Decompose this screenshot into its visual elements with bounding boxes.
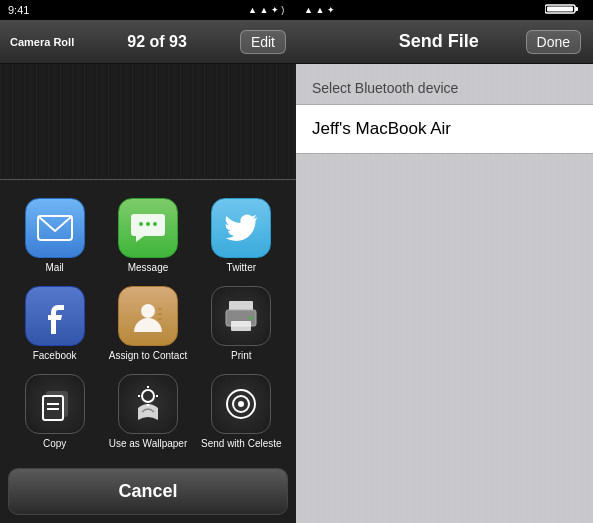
svg-point-18	[142, 390, 154, 402]
edit-button[interactable]: Edit	[240, 30, 286, 54]
svg-point-4	[153, 222, 157, 226]
assign-label: Assign to Contact	[109, 350, 187, 362]
svg-point-2	[139, 222, 143, 226]
send-file-title: Send File	[352, 31, 526, 52]
copy-icon	[25, 374, 85, 434]
celeste-icon	[211, 374, 271, 434]
right-nav-bar: Send File Done	[296, 20, 593, 64]
left-panel: 9:41 ▲ ▲ ✦ ) Camera Roll 92 of 93 Edit	[0, 0, 296, 523]
share-grid: Mail Message	[0, 180, 296, 464]
svg-point-24	[238, 401, 244, 407]
svg-point-5	[141, 304, 155, 318]
left-status-bar: 9:41 ▲ ▲ ✦ )	[0, 0, 296, 20]
facebook-icon	[25, 286, 85, 346]
camera-roll-back[interactable]: Camera Roll	[10, 36, 74, 48]
celeste-label: Send with Celeste	[201, 438, 282, 450]
mail-icon	[25, 198, 85, 258]
svg-rect-7	[158, 313, 162, 315]
share-item-copy[interactable]: Copy	[8, 368, 101, 456]
right-battery	[545, 3, 585, 17]
svg-rect-27	[547, 7, 573, 12]
share-item-assign[interactable]: Assign to Contact	[101, 280, 194, 368]
svg-text:▲ ▲ ✦: ▲ ▲ ✦	[304, 5, 335, 15]
device-item-macbook[interactable]: Jeff's MacBook Air	[296, 105, 593, 153]
mail-label: Mail	[45, 262, 63, 274]
share-item-celeste[interactable]: Send with Celeste	[195, 368, 288, 456]
share-item-message[interactable]: Message	[101, 192, 194, 280]
message-label: Message	[128, 262, 169, 274]
svg-text:▲ ▲ ✦ ): ▲ ▲ ✦ )	[248, 5, 284, 15]
svg-point-3	[146, 222, 150, 226]
share-item-wallpaper[interactable]: Use as Wallpaper	[101, 368, 194, 456]
print-label: Print	[231, 350, 252, 362]
done-button[interactable]: Done	[526, 30, 581, 54]
message-icon	[118, 198, 178, 258]
share-item-twitter[interactable]: Twitter	[195, 192, 288, 280]
copy-label: Copy	[43, 438, 66, 450]
cancel-button[interactable]: Cancel	[8, 468, 288, 515]
assign-icon	[118, 286, 178, 346]
print-icon	[211, 286, 271, 346]
svg-rect-6	[158, 308, 162, 310]
right-status-bar: ▲ ▲ ✦	[296, 0, 593, 20]
wallpaper-icon	[118, 374, 178, 434]
svg-rect-8	[158, 318, 162, 320]
left-carrier: 9:41	[8, 4, 29, 16]
share-item-mail[interactable]: Mail	[8, 192, 101, 280]
section-header: Select Bluetooth device	[296, 64, 593, 104]
svg-point-13	[249, 316, 253, 320]
svg-rect-12	[231, 321, 251, 331]
facebook-label: Facebook	[33, 350, 77, 362]
right-signal: ▲ ▲ ✦	[304, 3, 364, 17]
twitter-icon	[211, 198, 271, 258]
photo-counter: 92 of 93	[74, 33, 240, 51]
wallpaper-label: Use as Wallpaper	[109, 438, 188, 450]
right-background: Select Bluetooth device Jeff's MacBook A…	[296, 64, 593, 523]
share-item-facebook[interactable]: Facebook	[8, 280, 101, 368]
svg-rect-28	[575, 7, 578, 11]
right-content: Select Bluetooth device Jeff's MacBook A…	[296, 64, 593, 523]
left-nav-bar: Camera Roll 92 of 93 Edit	[0, 20, 296, 64]
right-panel: ▲ ▲ ✦ Send File Done Select Bluetooth de…	[296, 0, 593, 523]
device-list: Jeff's MacBook Air	[296, 104, 593, 154]
share-sheet: Mail Message	[0, 179, 296, 523]
twitter-label: Twitter	[227, 262, 256, 274]
share-item-print[interactable]: Print	[195, 280, 288, 368]
left-battery: ▲ ▲ ✦ )	[248, 3, 288, 17]
